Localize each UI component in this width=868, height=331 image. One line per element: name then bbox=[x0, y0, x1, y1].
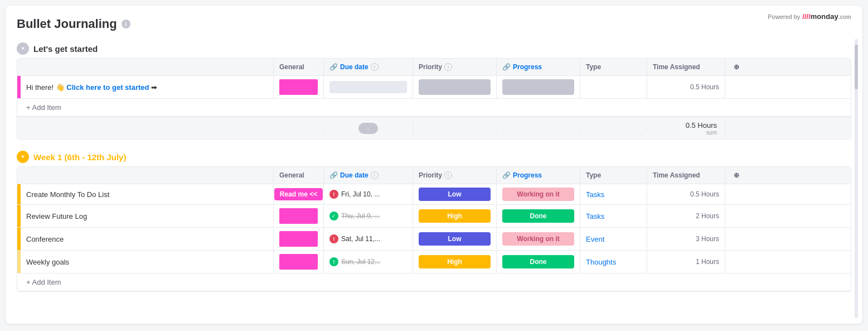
add-item-1[interactable]: + Add Item bbox=[17, 99, 851, 117]
priority-badge-2-4: High bbox=[419, 255, 491, 268]
row2-2-time: 2 Hours bbox=[647, 205, 725, 227]
row2-1-priority[interactable]: Low bbox=[413, 184, 497, 204]
section2-title: Week 1 (6th - 12th July) bbox=[33, 152, 126, 162]
th-type-2: Type bbox=[580, 167, 647, 184]
row1-general[interactable] bbox=[274, 76, 324, 98]
progress-badge-2-1: Working on it bbox=[502, 188, 574, 201]
row2-4-duedate[interactable]: ! Sun, Jul 12... bbox=[324, 251, 413, 273]
type-link-2-1[interactable]: Tasks bbox=[586, 190, 604, 199]
th-duedate-1: 🔗 Due date i bbox=[324, 59, 413, 75]
link-icon-prog-2: 🔗 bbox=[502, 171, 511, 179]
row2-2-progress[interactable]: Done bbox=[497, 205, 580, 227]
section2-table-header: General 🔗 Due date i Priority i 🔗 Progre… bbox=[17, 167, 851, 184]
row2-3-duedate[interactable]: ! Sat, Jul 11,... bbox=[324, 228, 413, 250]
row1-time: 0.5 Hours bbox=[647, 76, 725, 98]
add-column-btn-1[interactable]: ⊕ bbox=[725, 59, 748, 75]
add-column-btn-2[interactable]: ⊕ bbox=[725, 167, 748, 184]
svg-marker-1 bbox=[21, 156, 25, 158]
row1-duedate[interactable] bbox=[324, 76, 413, 98]
row2-2-priority[interactable]: High bbox=[413, 205, 497, 227]
row2-4-type[interactable]: Thoughts bbox=[580, 251, 647, 273]
due-dot-red-3: ! bbox=[329, 257, 338, 266]
th-time-2: Time Assigned bbox=[647, 167, 725, 184]
add-item-2[interactable]: + Add Item bbox=[17, 274, 851, 291]
general-color-2-3 bbox=[279, 231, 318, 247]
page-info-icon[interactable]: i bbox=[122, 20, 130, 28]
row2-3-time: 3 Hours bbox=[647, 228, 725, 250]
general-badge-2-1: Read me << bbox=[274, 188, 323, 200]
row2-3-extra bbox=[725, 228, 748, 250]
summary-empty-1 bbox=[17, 126, 274, 131]
row1-type[interactable] bbox=[580, 76, 647, 98]
duedate-info-1[interactable]: i bbox=[371, 63, 379, 71]
priority-badge-2-2: High bbox=[419, 209, 491, 223]
th-name-2 bbox=[17, 167, 274, 184]
duedate-empty-1 bbox=[329, 81, 407, 93]
powered-by-text: Powered by bbox=[768, 13, 800, 20]
th-priority-1: Priority i bbox=[413, 59, 497, 75]
due-dot-green-1: ✓ bbox=[329, 212, 338, 220]
section1-toggle[interactable] bbox=[17, 42, 29, 55]
row2-4-general[interactable] bbox=[274, 251, 324, 273]
row2-4-progress[interactable]: Done bbox=[497, 251, 580, 273]
row1-progress[interactable] bbox=[497, 76, 580, 98]
row1-priority[interactable] bbox=[413, 76, 497, 98]
row2-4-time: 1 Hours bbox=[647, 251, 725, 273]
duedate-info-2[interactable]: i bbox=[371, 171, 379, 179]
row2-4-name-cell: Weekly goals bbox=[17, 251, 274, 273]
general-color-2-2 bbox=[279, 208, 318, 224]
row2-3-type[interactable]: Event bbox=[580, 228, 647, 250]
row2-2-type[interactable]: Tasks bbox=[580, 205, 647, 227]
section1-table-header: General 🔗 Due date i Priority i 🔗 Progre… bbox=[17, 59, 851, 76]
row2-1-time: 0.5 Hours bbox=[647, 184, 725, 204]
th-name-1 bbox=[17, 59, 274, 75]
th-progress-2: 🔗 Progress bbox=[497, 167, 580, 184]
row2-2-duedate[interactable]: ✓ Thu, Jul 9, ... bbox=[324, 205, 413, 227]
due-dot-red-1: ! bbox=[329, 190, 338, 199]
row2-2-general[interactable] bbox=[274, 205, 324, 227]
row2-3-general[interactable] bbox=[274, 228, 324, 250]
scrollbar[interactable] bbox=[855, 39, 858, 318]
row2-3-name-text: Conference bbox=[21, 232, 273, 247]
priority-empty-1 bbox=[419, 79, 491, 95]
section2-toggle[interactable] bbox=[17, 151, 29, 163]
row2-3-priority[interactable]: Low bbox=[413, 228, 497, 250]
table-row: Hi there! 👋 Click here to get started ➡ bbox=[17, 76, 851, 99]
type-link-2-4[interactable]: Thoughts bbox=[586, 258, 616, 266]
due-date-text-4: Sun, Jul 12... bbox=[341, 258, 380, 266]
due-date-text-1: Fri, Jul 10, ... bbox=[341, 190, 380, 198]
row2-3-progress[interactable]: Working on it bbox=[497, 228, 580, 250]
color-bar-2-4 bbox=[17, 251, 21, 273]
row2-1-type[interactable]: Tasks bbox=[580, 184, 647, 204]
priority-info-1[interactable]: i bbox=[444, 63, 452, 71]
section-week1: Week 1 (6th - 12th July) General 🔗 Due d… bbox=[17, 151, 851, 292]
row2-4-extra bbox=[725, 251, 748, 273]
table-row: Create Monthly To Do List Read me << ! F… bbox=[17, 184, 851, 205]
priority-badge-2-1: Low bbox=[419, 188, 491, 201]
table-row: Conference ! Sat, Jul 11,... Low Working… bbox=[17, 228, 851, 251]
type-link-2-2[interactable]: Tasks bbox=[586, 212, 604, 220]
summary-empty-2 bbox=[274, 126, 324, 131]
row2-1-progress[interactable]: Working on it bbox=[497, 184, 580, 204]
th-general-1: General bbox=[274, 59, 324, 75]
section1-table: General 🔗 Due date i Priority i 🔗 Progre… bbox=[17, 58, 851, 140]
monday-logo: ////monday.com bbox=[802, 12, 851, 21]
link-icon-2: 🔗 bbox=[329, 171, 338, 179]
general-color-2-4 bbox=[279, 254, 318, 270]
page-title: Bullet Journaling i bbox=[17, 17, 851, 31]
general-color-1 bbox=[279, 79, 318, 95]
priority-info-2[interactable]: i bbox=[444, 171, 452, 179]
priority-badge-2-3: Low bbox=[419, 232, 491, 246]
row2-1-general[interactable]: Read me << bbox=[274, 184, 324, 204]
section1-header: Let's get started bbox=[17, 42, 851, 55]
row2-1-duedate[interactable]: ! Fri, Jul 10, ... bbox=[324, 184, 413, 204]
row2-1-name-text: Create Monthly To Do List bbox=[21, 187, 273, 202]
due-dot-red-2: ! bbox=[329, 234, 338, 243]
type-link-2-3[interactable]: Event bbox=[586, 235, 604, 243]
progress-badge-2-3: Working on it bbox=[502, 232, 574, 246]
row2-4-priority[interactable]: High bbox=[413, 251, 497, 273]
summary-time-cell: 0.5 Hours sum bbox=[647, 119, 725, 138]
table-row: Weekly goals ! Sun, Jul 12... High Done bbox=[17, 251, 851, 274]
row2-2-extra bbox=[725, 205, 748, 227]
th-duedate-2: 🔗 Due date i bbox=[324, 167, 413, 184]
